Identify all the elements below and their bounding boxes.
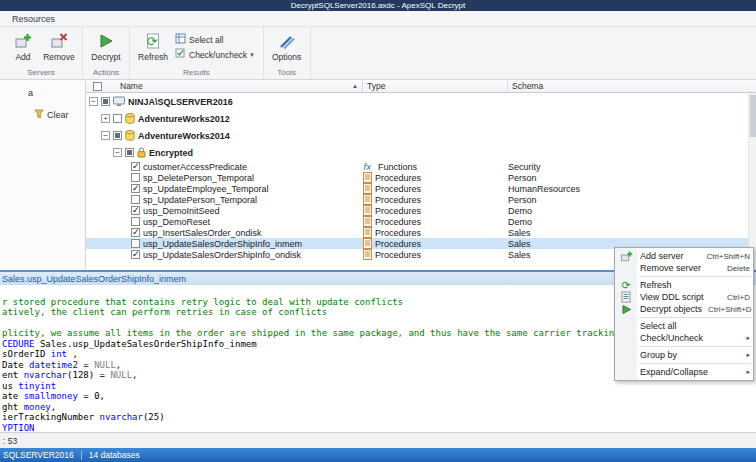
submenu-arrow-icon: ▸ xyxy=(742,351,750,359)
row-checkbox[interactable] xyxy=(113,131,122,140)
column-header-schema[interactable]: Schema xyxy=(508,80,756,92)
tree-row-sp-deleteperson-temporal[interactable]: sp_DeletePerson_TemporalProceduresPerson xyxy=(86,172,748,183)
menu-item-label: Check/Uncheck xyxy=(637,333,742,343)
menu-item-label: Decrypt objects xyxy=(637,304,702,314)
schema-cell: Security xyxy=(508,162,748,172)
tree-expander-icon[interactable]: − xyxy=(101,131,110,140)
menu-item-group-by[interactable]: Group by▸ xyxy=(615,349,753,361)
code-line: YPTION xyxy=(2,423,756,433)
menu-item-expand-collapse[interactable]: Expand/Collapse▸ xyxy=(615,366,753,378)
schema-cell: Person xyxy=(508,173,748,183)
tree-row-sp-updateemployee-temporal[interactable]: sp_UpdateEmployee_TemporalProceduresHuma… xyxy=(86,183,748,194)
remove-server-button[interactable]: Remove xyxy=(41,29,77,62)
ribbon-body: Add Remove Servers xyxy=(0,27,756,79)
add-server-button[interactable]: Add xyxy=(5,29,41,62)
row-checkbox[interactable] xyxy=(113,114,122,123)
row-checkbox[interactable] xyxy=(101,97,110,106)
add-server-label: Add xyxy=(15,52,30,62)
schema-cell: HumanResources xyxy=(508,184,748,194)
menu-item-label: View DDL script xyxy=(637,292,721,302)
name-cell: usp_UpdateSalesOrderShipInfo_inmem xyxy=(86,239,363,249)
object-name-label: usp_DemoReset xyxy=(143,217,210,227)
submenu-arrow-icon: ▸ xyxy=(742,368,750,376)
object-name-label: sp_UpdateEmployee_Temporal xyxy=(143,184,269,194)
grid-scrollbar[interactable] xyxy=(748,93,756,270)
status-databases-label: 14 databases xyxy=(89,450,140,460)
row-checkbox[interactable] xyxy=(131,250,140,259)
tree-row-encrypted[interactable]: −Encrypted xyxy=(86,144,748,161)
select-all-button[interactable]: Select all xyxy=(171,32,258,47)
tree-row-ninja-sqlserver2016[interactable]: −NINJA\SQLSERVER2016 xyxy=(86,93,748,110)
menu-item-label: Remove server xyxy=(637,263,721,273)
object-grid: Name ▲ Type Schema −NINJA\SQLSERVER2016+… xyxy=(86,80,756,270)
procedure-icon xyxy=(363,205,372,216)
row-checkbox[interactable] xyxy=(131,239,140,248)
cursor-position-label: : 53 xyxy=(3,436,17,446)
refresh-button[interactable]: ⟳ Refresh xyxy=(135,29,171,62)
row-checkbox[interactable] xyxy=(131,206,140,215)
title-bar[interactable]: DecryptSQLServer2016.axdc - ApexSQL Decr… xyxy=(0,0,756,11)
column-header-type[interactable]: Type xyxy=(363,80,508,92)
menu-item-check-uncheck[interactable]: Check/Uncheck▸ xyxy=(615,332,753,344)
object-name-label: usp_UpdateSalesOrderShipInfo_ondisk xyxy=(143,250,301,260)
type-label: Procedures xyxy=(375,250,421,260)
menu-item-select-all[interactable]: Select all xyxy=(615,320,753,332)
svg-text:⟳: ⟳ xyxy=(147,34,158,49)
procedure-icon xyxy=(363,194,372,205)
row-checkbox[interactable] xyxy=(131,217,140,226)
code-line: ierTrackingNumber nvarchar(25) xyxy=(2,412,756,423)
schema-cell: Sales xyxy=(508,228,748,238)
menu-separator xyxy=(639,317,751,318)
tree-row-usp-demoinitseed[interactable]: usp_DemoInitSeedProceduresDemo xyxy=(86,205,748,216)
row-checkbox[interactable] xyxy=(131,184,140,193)
sort-asc-icon: ▲ xyxy=(352,83,358,89)
menu-item-label: Select all xyxy=(637,321,750,331)
type-label: Functions xyxy=(378,162,417,172)
menu-item-refresh[interactable]: ⟳Refresh xyxy=(615,279,753,291)
ribbon-group-actions: Decrypt Actions xyxy=(83,27,130,79)
menu-item-label: Expand/Collapse xyxy=(637,367,742,377)
clear-filter-button[interactable]: Clear xyxy=(34,109,85,121)
row-checkbox[interactable] xyxy=(131,162,140,171)
schema-cell: Demo xyxy=(508,206,748,216)
menu-separator xyxy=(639,346,751,347)
grid-header: Name ▲ Type Schema xyxy=(86,80,756,93)
name-cell: usp_InsertSalesOrder_ondisk xyxy=(86,228,363,238)
tree-row-adventureworks2012[interactable]: +AdventureWorks2012 xyxy=(86,110,748,127)
menu-shortcut-label: Delete xyxy=(721,264,750,273)
tree-expander-icon[interactable]: − xyxy=(113,148,122,157)
grid-scrollbar-thumb[interactable] xyxy=(750,95,756,137)
check-uncheck-button[interactable]: Check/uncheck ▾ xyxy=(171,47,258,62)
name-cell: sp_UpdateEmployee_Temporal xyxy=(86,184,363,194)
tree-row-customeraccesspredicate[interactable]: customerAccessPredicatefxFunctionsSecuri… xyxy=(86,161,748,172)
main-area: a Clear Name ▲ Type Schema xyxy=(0,80,756,270)
object-name-label: usp_InsertSalesOrder_ondisk xyxy=(143,228,262,238)
menu-shortcut-label: Ctrl+Shift+D xyxy=(702,305,752,314)
ribbon-group-actions-label: Actions xyxy=(88,67,124,79)
type-label: Procedures xyxy=(375,173,421,183)
submenu-arrow-icon: ▸ xyxy=(742,334,750,342)
menu-item-add-server[interactable]: Add serverCtrl+Shift+N xyxy=(615,250,753,262)
object-name-label: usp_UpdateSalesOrderShipInfo_inmem xyxy=(143,239,302,249)
decrypt-button[interactable]: Decrypt xyxy=(88,29,124,62)
column-header-name[interactable]: Name ▲ xyxy=(86,80,363,92)
row-checkbox[interactable] xyxy=(131,228,140,237)
menu-item-remove-server[interactable]: Remove serverDelete xyxy=(615,262,753,274)
menu-item-decrypt-objects[interactable]: Decrypt objectsCtrl+Shift+D xyxy=(615,303,753,315)
ddl-icon xyxy=(615,291,637,303)
menu-item-view-ddl-script[interactable]: View DDL scriptCtrl+D xyxy=(615,291,753,303)
decrypt-icon xyxy=(97,31,115,51)
row-checkbox[interactable] xyxy=(131,173,140,182)
ribbon-tab-resources[interactable]: Resources xyxy=(0,12,65,26)
tree-expander-icon[interactable]: + xyxy=(101,114,110,123)
object-name-label: usp_DemoInitSeed xyxy=(143,206,220,216)
tree-row-usp-insertsalesorder-ondisk[interactable]: usp_InsertSalesOrder_ondiskProceduresSal… xyxy=(86,227,748,238)
row-checkbox[interactable] xyxy=(131,195,140,204)
row-checkbox[interactable] xyxy=(125,148,134,157)
tree-expander-icon[interactable]: − xyxy=(89,97,98,106)
tree-row-sp-updateperson-temporal[interactable]: sp_UpdatePerson_TemporalProceduresPerson xyxy=(86,194,748,205)
header-checkbox[interactable] xyxy=(93,82,102,91)
tree-row-adventureworks2014[interactable]: −AdventureWorks2014 xyxy=(86,127,748,144)
tree-row-usp-demoreset[interactable]: usp_DemoResetProceduresDemo xyxy=(86,216,748,227)
options-button[interactable]: Options xyxy=(269,29,305,62)
